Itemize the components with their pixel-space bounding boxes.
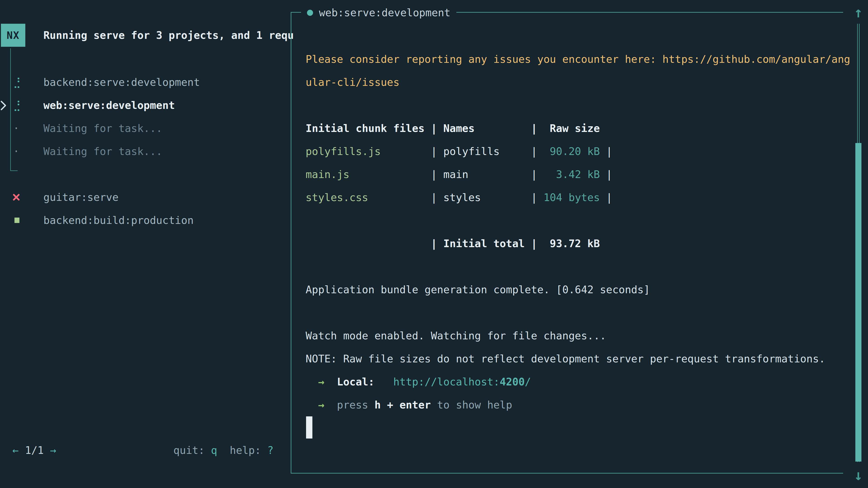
quit-hint-label: quit:: [174, 444, 211, 456]
nx-logo: NX: [1, 24, 25, 47]
blank-line: [306, 94, 844, 117]
note-line: NOTE: Raw file sizes do not reflect deve…: [306, 347, 844, 370]
scrollbar-thumb[interactable]: [855, 143, 862, 462]
blank-line: [306, 209, 844, 232]
keyboard-hints: quit: q help: ?: [174, 439, 274, 462]
notice-line: Please consider reporting any issues you…: [306, 48, 844, 71]
finished-task-list: guitar:serve backend:build:production: [0, 186, 291, 232]
quit-hint-key: q: [211, 444, 217, 456]
chunk-table-row: styles.css | styles | 104 bytes |: [306, 186, 844, 209]
task-label: backend:build:production: [43, 209, 194, 232]
local-url[interactable]: http://localhost:: [393, 376, 500, 388]
terminal-output: Please consider reporting any issues you…: [306, 48, 844, 416]
help-hint-key: ?: [267, 444, 274, 456]
chunk-table-total-row: | Initial total | 93.72 kB: [306, 232, 844, 255]
arrow-icon: →: [306, 376, 337, 388]
task-row-waiting-2[interactable]: · Waiting for task...: [0, 140, 291, 163]
task-row-web-serve[interactable]: ⣘ web:serve:development: [0, 94, 291, 117]
pagination-next-arrow[interactable]: →: [50, 444, 56, 456]
page-title: Running serve for 3 projects, and 1 requ: [43, 24, 294, 47]
chunk-table-row: polyfills.js | polyfills | 90.20 kB |: [306, 140, 844, 163]
task-group-bracket-corner: [10, 170, 18, 171]
task-row-backend-build[interactable]: backend:build:production: [0, 209, 291, 232]
scroll-down-icon[interactable]: ↓: [846, 467, 868, 483]
task-label: web:serve:development: [43, 94, 175, 117]
local-url-port[interactable]: 4200: [500, 376, 525, 388]
local-url-slash[interactable]: /: [525, 376, 531, 388]
waiting-dot-icon: ·: [13, 140, 20, 163]
pagination-current: 1/1: [25, 444, 43, 456]
blank-line: [306, 255, 844, 278]
nx-tui-screen: NX Running serve for 3 projects, and 1 r…: [0, 0, 868, 488]
help-keys: h + enter: [375, 399, 431, 411]
terminal-cursor: [306, 416, 312, 438]
spinner-icon: ⣘: [13, 94, 21, 117]
pagination-prev-arrow[interactable]: ←: [12, 444, 19, 456]
spinner-icon: ⣘: [13, 71, 21, 94]
task-label: guitar:serve: [43, 186, 119, 209]
waiting-dot-icon: ·: [13, 117, 20, 140]
task-label: Waiting for task...: [43, 140, 162, 163]
task-row-guitar-serve[interactable]: guitar:serve: [0, 186, 291, 209]
watch-mode-line: Watch mode enabled. Watching for file ch…: [306, 324, 844, 347]
scroll-up-icon[interactable]: ↑: [846, 4, 868, 20]
panel-border-bottom: [291, 473, 843, 474]
local-label: Local:: [337, 376, 374, 388]
blank-line: [306, 301, 844, 324]
sidebar-bottom-bar: ← 1/1 → quit: q help: ?: [0, 439, 291, 462]
task-list: ⣘ backend:serve:development ⣘ web:serve:…: [0, 71, 291, 163]
bundle-complete-line: Application bundle generation complete. …: [306, 278, 844, 301]
help-line: → press h + enter to show help: [306, 393, 844, 416]
panel-title-bar: web:serve:development: [301, 2, 456, 24]
task-row-backend-serve[interactable]: ⣘ backend:serve:development: [0, 71, 291, 94]
panel-border-left: [291, 12, 291, 474]
local-url-line: → Local: http://localhost:4200/: [306, 370, 844, 393]
task-label: backend:serve:development: [43, 71, 200, 94]
panel-title: web:serve:development: [319, 6, 451, 19]
pagination: ← 1/1 →: [12, 439, 56, 462]
task-label: Waiting for task...: [43, 117, 162, 140]
chunk-table-header: Initial chunk files | Names | Raw size: [306, 117, 844, 140]
help-hint-label: help:: [230, 444, 267, 456]
running-status-dot-icon: [307, 10, 313, 16]
notice-line: ular-cli/issues: [306, 71, 844, 94]
arrow-icon: →: [306, 399, 337, 411]
task-row-waiting-1[interactable]: · Waiting for task...: [0, 117, 291, 140]
chunk-table-row: main.js | main | 3.42 kB |: [306, 163, 844, 186]
